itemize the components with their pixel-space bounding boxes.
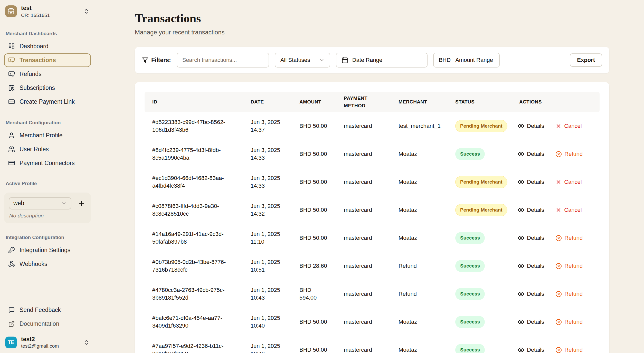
webhook-icon	[8, 261, 15, 267]
sidebar-item-payment-connectors[interactable]: Payment Connectors	[4, 156, 91, 170]
external-link-icon	[8, 321, 15, 327]
sidebar-item-user-roles[interactable]: User Roles	[4, 142, 91, 156]
documentation-link[interactable]: Documentation	[4, 317, 91, 331]
row-secondary-action-button[interactable]: Refund	[555, 235, 583, 241]
transaction-actions: Details Refund	[512, 347, 600, 353]
transaction-date: Jun 3, 202514:33	[243, 146, 292, 162]
table-row: #d5223383-c99d-47bc-8562-106d1d3f43b6 Ju…	[145, 112, 600, 140]
sidebar-item-label: Dashboard	[20, 43, 49, 50]
export-button[interactable]: Export	[570, 53, 602, 67]
workspace-avatar	[5, 5, 17, 17]
eye-icon	[518, 235, 524, 241]
transaction-id: #7aa97f57-e9d2-4236-b11c-9318b6cf3252	[145, 342, 243, 353]
sidebar-item-subscriptions[interactable]: Subscriptions	[4, 81, 91, 95]
sidebar-item-merchant-profile[interactable]: Merchant Profile	[4, 129, 91, 142]
sidebar-item-dashboard[interactable]: Dashboard	[4, 40, 91, 53]
details-button[interactable]: Details	[518, 347, 544, 353]
transaction-date: Jun 1, 202510:43	[243, 286, 292, 302]
details-button[interactable]: Details	[518, 207, 544, 213]
user-switcher[interactable]: TE test2 test2@gmail.com	[4, 334, 91, 349]
transaction-status: Success	[448, 232, 512, 244]
profile-select[interactable]: web	[9, 197, 71, 209]
add-profile-button[interactable]	[77, 198, 86, 208]
workspace-switcher[interactable]: test CR: 1651651	[4, 3, 91, 20]
details-button[interactable]: Details	[518, 151, 544, 157]
eye-icon	[518, 263, 524, 269]
column-header-payment-method: PAYMENT METHOD	[336, 95, 391, 109]
section-label-merchant-dashboards: Merchant Dashboards	[6, 31, 91, 36]
details-button[interactable]: Details	[518, 291, 544, 297]
transaction-merchant: Refund	[391, 262, 448, 270]
transaction-id: #14a16a49-291f-41ac-9c3d-50fafab897b8	[145, 230, 243, 246]
page-subtitle: Manage your recent transactions	[135, 29, 609, 36]
row-secondary-action-button[interactable]: Refund	[555, 151, 583, 157]
column-header-merchant: MERCHANT	[391, 98, 448, 106]
table-row: #c0878f63-fffd-4dd3-9e30-8c8c428510cc Ju…	[145, 196, 600, 224]
profile-selected-value: web	[13, 200, 24, 207]
x-icon	[555, 207, 562, 213]
status-filter-select[interactable]: All Statuses	[275, 53, 330, 68]
transaction-payment-method: mastercard	[336, 290, 391, 298]
date-range-placeholder: Date Range	[352, 57, 382, 63]
details-button[interactable]: Details	[518, 179, 544, 185]
transaction-payment-method: mastercard	[336, 262, 391, 270]
workspace-cr: CR: 1651651	[21, 12, 50, 18]
date-range-input[interactable]: Date Range	[336, 53, 428, 68]
transaction-date: Jun 1, 202510:40	[243, 342, 292, 353]
row-secondary-action-button[interactable]: Refund	[555, 263, 583, 269]
table-row: #ec1d3904-66df-4682-83aa-a4fbd4fc38f4 Ju…	[145, 168, 600, 196]
transaction-payment-method: mastercard	[336, 318, 391, 326]
table-header-row: ID DATE AMOUNT PAYMENT METHOD MERCHANT S…	[145, 92, 600, 112]
transaction-id: #d5223383-c99d-47bc-8562-106d1d3f43b6	[145, 118, 243, 134]
transaction-date: Jun 1, 202510:51	[243, 258, 292, 274]
send-feedback-link[interactable]: Send Feedback	[4, 303, 91, 317]
calendar-icon	[342, 57, 348, 63]
table-row: #4780cc3a-2763-49cb-975c-3b89181f552d Ju…	[145, 280, 600, 308]
search-input[interactable]	[177, 53, 269, 68]
sidebar-item-webhooks[interactable]: Webhooks	[4, 257, 91, 271]
row-secondary-action-button[interactable]: Cancel	[555, 179, 582, 185]
sidebar-item-label: Create Payment Link	[20, 98, 75, 105]
transaction-payment-method: mastercard	[336, 346, 391, 353]
sidebar-item-refunds[interactable]: Refunds	[4, 67, 91, 81]
row-secondary-action-button[interactable]: Refund	[555, 347, 583, 353]
transaction-merchant: Moataz	[391, 346, 448, 353]
details-button[interactable]: Details	[518, 123, 544, 129]
details-button[interactable]: Details	[518, 235, 544, 241]
sidebar-item-label: Refunds	[20, 71, 42, 78]
chevron-down-icon	[61, 201, 67, 206]
sidebar-item-transactions[interactable]: Transactions	[4, 53, 91, 67]
row-secondary-action-button[interactable]: Cancel	[555, 207, 582, 213]
transaction-id: #8d4fc239-4775-4d3f-8fdb-8c5a1990c4ba	[145, 146, 243, 162]
amount-range-input[interactable]: BHD Amount Range	[433, 53, 500, 68]
table-row: #14a16a49-291f-41ac-9c3d-50fafab897b8 Ju…	[145, 224, 600, 252]
details-button[interactable]: Details	[518, 263, 544, 269]
section-label-active-profile: Active Profile	[6, 181, 91, 186]
transaction-amount: BHD594.00	[292, 286, 336, 302]
circle-x-icon	[555, 235, 562, 241]
details-button[interactable]: Details	[518, 319, 544, 325]
transaction-status: Success	[448, 260, 512, 272]
eye-icon	[518, 179, 524, 185]
transaction-amount: BHD 50.00	[292, 150, 336, 158]
funnel-icon	[142, 57, 148, 63]
transaction-amount: BHD 50.00	[292, 346, 336, 353]
dashboard-icon	[8, 43, 15, 50]
transaction-status: Success	[448, 288, 512, 300]
transaction-date: Jun 3, 202514:32	[243, 202, 292, 218]
row-secondary-action-button[interactable]: Cancel	[555, 123, 582, 129]
user-meta: test2 test2@gmail.com	[21, 336, 59, 349]
transaction-merchant: Moataz	[391, 178, 448, 186]
transaction-status: Success	[448, 344, 512, 353]
circle-x-icon	[555, 319, 562, 325]
currency-label: BHD	[439, 57, 451, 63]
circle-x-icon	[555, 263, 562, 269]
transaction-merchant: Moataz	[391, 234, 448, 242]
transaction-amount: BHD 50.00	[292, 318, 336, 326]
sidebar-item-integration-settings[interactable]: Integration Settings	[4, 243, 91, 257]
row-secondary-action-button[interactable]: Refund	[555, 319, 583, 325]
row-secondary-action-button[interactable]: Refund	[555, 291, 583, 297]
sidebar-item-create-payment-link[interactable]: Create Payment Link	[4, 95, 91, 109]
table-row: #7aa97f57-e9d2-4236-b11c-9318b6cf3252 Ju…	[145, 336, 600, 353]
credit-card-icon	[8, 160, 15, 166]
